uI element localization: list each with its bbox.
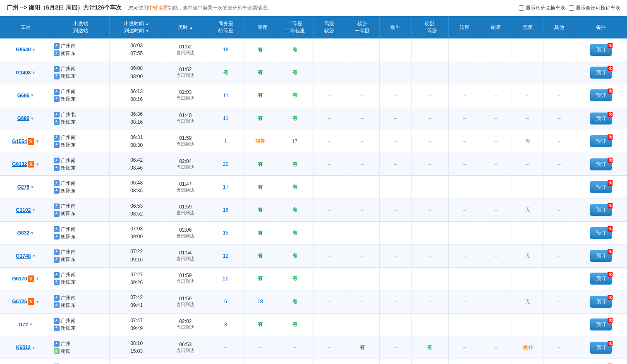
train-link[interactable]: G72: [19, 322, 28, 328]
second-seat-value[interactable]: 有: [292, 275, 297, 281]
second-seat-value[interactable]: 有: [292, 321, 297, 327]
no-seat-cell[interactable]: 候补: [512, 336, 543, 359]
first-seat-value[interactable]: 有: [258, 161, 263, 167]
first-seat-value[interactable]: 有: [258, 207, 263, 213]
second-seat-value[interactable]: 有: [292, 47, 297, 53]
expand-arrow[interactable]: ▼: [35, 299, 39, 304]
train-link[interactable]: G9640: [16, 47, 31, 53]
expand-arrow[interactable]: ▼: [30, 185, 34, 189]
train-link[interactable]: G696: [17, 115, 29, 121]
first-seat-value[interactable]: 有: [258, 275, 263, 281]
biz-seat-value[interactable]: 1: [224, 139, 227, 144]
biz-seat-cell[interactable]: 6: [207, 290, 244, 313]
biz-seat-cell[interactable]: 11: [207, 107, 244, 130]
expand-arrow[interactable]: ▼: [31, 254, 36, 258]
expand-arrow[interactable]: ▼: [35, 139, 39, 144]
train-link[interactable]: K6512: [16, 345, 31, 350]
biz-seat-cell[interactable]: 20: [207, 267, 244, 290]
biz-seat-value[interactable]: 20: [223, 276, 228, 282]
first-seat-value[interactable]: 有: [258, 253, 263, 259]
biz-seat-cell[interactable]: 17: [207, 176, 244, 199]
first-seat-value[interactable]: 有: [258, 47, 263, 53]
col-header-duration[interactable]: 历时 ▲: [164, 16, 207, 38]
second-seat-value[interactable]: 有: [292, 184, 297, 190]
expand-arrow[interactable]: ▼: [31, 48, 36, 52]
highsoft-seat-value: –: [328, 207, 331, 213]
first-seat-value[interactable]: 有: [258, 69, 263, 75]
checkbox-points[interactable]: 显示积分兑换车次: [519, 5, 565, 12]
col-header-time[interactable]: 出发时间 ▲到达时间 ▼: [109, 16, 164, 38]
train-link[interactable]: G1554: [12, 139, 27, 144]
biz-seat-value[interactable]: 12: [223, 253, 228, 259]
biz-seat-cell[interactable]: 8: [207, 313, 244, 336]
second-seat-value[interactable]: 有: [292, 230, 297, 236]
second-seat-value[interactable]: 有: [292, 299, 297, 304]
first-seat-value[interactable]: 有: [258, 321, 263, 327]
expand-arrow[interactable]: ▼: [31, 208, 36, 212]
softhard-seat-cell[interactable]: 9: [345, 359, 379, 364]
softhard-seat-value[interactable]: 有: [360, 345, 365, 350]
train-link[interactable]: G6132: [12, 161, 27, 167]
motion-seat-cell: –: [380, 267, 411, 290]
biz-seat-cell[interactable]: 11: [207, 84, 244, 107]
first-seat-value[interactable]: 有: [258, 115, 263, 121]
second-seat-cell[interactable]: 17: [276, 130, 313, 153]
hardsoft-seat-value[interactable]: 有: [427, 345, 432, 350]
checkbox-all[interactable]: 显示全部可预订车次: [569, 5, 620, 12]
transfer-link[interactable]: 中转换乘: [148, 5, 168, 11]
biz-seat-value[interactable]: 11: [223, 115, 228, 121]
checkbox-all-input[interactable]: [569, 5, 574, 11]
biz-seat-value[interactable]: 6: [224, 299, 227, 304]
biz-seat-cell[interactable]: 15: [207, 222, 244, 244]
biz-seat-value[interactable]: 17: [223, 184, 228, 190]
no-seat-value: –: [526, 276, 529, 282]
biz-seat-value[interactable]: 16: [223, 207, 228, 213]
train-link[interactable]: G276: [17, 184, 29, 190]
biz-seat-value[interactable]: 20: [223, 161, 228, 167]
expand-arrow[interactable]: ▼: [31, 345, 36, 350]
expand-arrow[interactable]: ▼: [35, 276, 39, 281]
second-seat-value[interactable]: 有: [292, 115, 297, 121]
train-icon-from: 火: [54, 158, 60, 163]
second-seat-value[interactable]: 17: [292, 139, 297, 144]
expand-arrow[interactable]: ▼: [30, 93, 34, 98]
biz-seat-value[interactable]: 有: [223, 69, 228, 75]
second-seat-value[interactable]: 有: [292, 69, 297, 75]
first-seat-value[interactable]: 有: [258, 184, 263, 190]
train-icon-to: 火: [54, 280, 60, 285]
second-seat-value[interactable]: 有: [292, 207, 297, 213]
train-link[interactable]: G1102: [16, 207, 31, 213]
expand-arrow[interactable]: ▼: [31, 70, 36, 75]
biz-seat-value[interactable]: 18: [223, 47, 228, 53]
biz-seat-cell[interactable]: 16: [207, 199, 244, 221]
expand-arrow[interactable]: ▼: [29, 322, 33, 327]
train-link[interactable]: G696: [17, 93, 29, 98]
biz-seat-cell[interactable]: 18: [207, 38, 244, 61]
first-seat-cell[interactable]: 18: [244, 290, 276, 313]
second-seat-value[interactable]: 有: [292, 161, 297, 167]
first-seat-value[interactable]: 18: [257, 299, 263, 304]
train-link[interactable]: G6126: [12, 299, 27, 304]
col-header-train[interactable]: 车次: [0, 16, 52, 38]
train-link[interactable]: G6170: [12, 276, 27, 282]
expand-arrow[interactable]: ▼: [30, 116, 34, 121]
other-seat-cell[interactable]: 候补: [543, 359, 575, 364]
biz-seat-cell[interactable]: 12: [207, 244, 244, 267]
first-seat-value[interactable]: 有: [258, 92, 263, 98]
train-link[interactable]: G832: [17, 230, 29, 236]
first-seat-cell[interactable]: 候补: [244, 130, 276, 153]
highsoft-seat-value: –: [328, 299, 331, 304]
biz-seat-cell[interactable]: 1: [207, 130, 244, 153]
biz-seat-cell[interactable]: 20: [207, 153, 244, 175]
second-seat-value[interactable]: 有: [292, 253, 297, 259]
biz-seat-value[interactable]: 11: [223, 93, 228, 98]
train-link[interactable]: G1748: [16, 253, 31, 259]
second-seat-value[interactable]: 有: [292, 92, 297, 98]
first-seat-value[interactable]: 有: [258, 230, 263, 236]
biz-seat-value[interactable]: 8: [224, 322, 227, 328]
expand-arrow[interactable]: ▼: [35, 162, 39, 167]
train-link[interactable]: G1408: [16, 70, 31, 76]
biz-seat-value[interactable]: 15: [223, 230, 228, 236]
expand-arrow[interactable]: ▼: [30, 231, 34, 235]
checkbox-points-input[interactable]: [519, 5, 524, 11]
